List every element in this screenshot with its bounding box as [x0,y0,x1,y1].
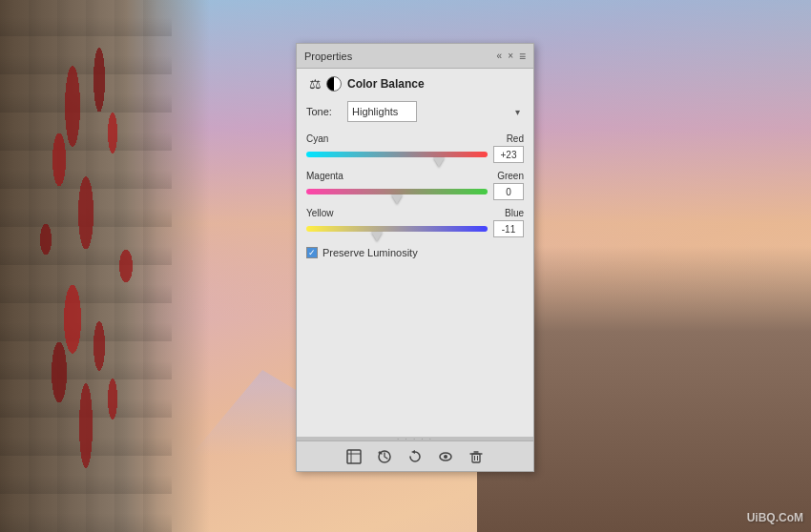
yellow-blue-labels: Yellow Blue [306,208,524,218]
preserve-luminosity-row: Preserve Luminosity [306,247,524,258]
preserve-luminosity-label: Preserve Luminosity [322,247,418,258]
yellow-blue-track-wrapper[interactable] [306,221,488,236]
yellow-blue-track [306,226,488,232]
svg-rect-0 [347,450,361,463]
tone-row: Tone: Shadows Midtones Highlights [306,101,524,122]
blue-label: Blue [505,208,524,218]
cyan-red-labels: Cyan Red [306,133,524,144]
panel-content: ⚖ Color Balance Tone: Shadows Midtones H… [297,69,533,437]
svg-point-3 [444,455,447,459]
color-balance-title: Color Balance [347,77,425,91]
watermark: UiBQ.CoM [747,511,803,524]
add-adjustment-button[interactable] [344,447,364,466]
circle-half-icon [326,76,342,92]
magenta-green-value-row: 0 [306,183,524,200]
tone-label: Tone: [306,106,340,117]
cyan-label: Cyan [306,133,328,144]
panel-menu-button[interactable]: ≡ [519,50,526,63]
svg-rect-4 [472,454,480,462]
magenta-green-track-wrapper[interactable] [306,184,488,199]
cyan-red-thumb[interactable] [433,157,445,167]
previous-state-button[interactable] [375,447,394,466]
red-label: Red [507,133,524,144]
cb-icons: ⚖ [306,76,342,92]
delete-button[interactable] [467,447,486,466]
panel-titlebar: Properties « × ≡ [297,44,533,69]
left-tower [0,0,210,532]
magenta-green-thumb[interactable] [391,194,403,204]
cyan-red-track-wrapper[interactable] [306,147,488,162]
cyan-red-slider-row: Cyan Red +23 [306,133,524,163]
green-label: Green [497,171,524,181]
properties-panel: Properties « × ≡ ⚖ Color Balance Tone: S… [296,43,534,472]
yellow-blue-thumb[interactable] [371,232,383,241]
visibility-button[interactable] [436,447,455,466]
cyan-red-value[interactable]: +23 [493,146,524,163]
magenta-green-value[interactable]: 0 [493,183,524,200]
yellow-blue-value-row: -11 [306,220,524,237]
cyan-red-value-row: +23 [306,146,524,163]
preserve-luminosity-checkbox[interactable] [306,247,318,258]
panel-toolbar [297,440,533,471]
panel-title: Properties [304,51,352,62]
tone-select[interactable]: Shadows Midtones Highlights [347,101,417,122]
magenta-green-track [306,189,488,194]
panel-collapse-button[interactable]: « [497,51,503,61]
panel-controls: « × ≡ [497,50,526,63]
magenta-green-slider-row: Magenta Green 0 [306,171,524,200]
color-balance-header: ⚖ Color Balance [306,76,524,92]
panel-close-button[interactable]: × [508,51,513,61]
yellow-label: Yellow [306,208,334,218]
yellow-blue-value[interactable]: -11 [493,220,524,237]
ivy-decoration [19,0,153,532]
scales-icon: ⚖ [306,77,323,91]
yellow-blue-slider-row: Yellow Blue -11 [306,208,524,237]
reset-button[interactable] [406,447,425,466]
magenta-label: Magenta [306,171,343,181]
tone-select-wrapper: Shadows Midtones Highlights [347,101,524,122]
cyan-red-track [306,152,488,157]
magenta-green-labels: Magenta Green [306,171,524,181]
